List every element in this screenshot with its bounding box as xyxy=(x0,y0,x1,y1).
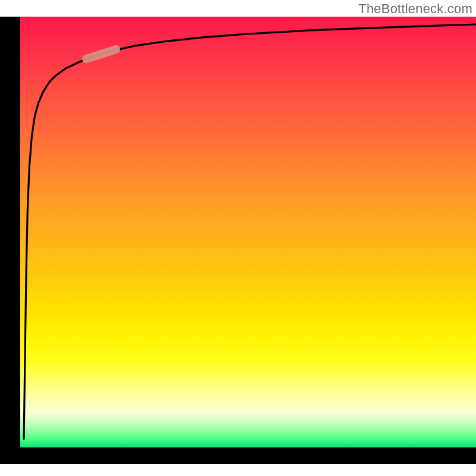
x-axis-bar xyxy=(0,447,476,464)
attribution-watermark: TheBottleneck.com xyxy=(358,1,472,17)
y-axis-bar xyxy=(0,17,20,464)
chart-frame: TheBottleneck.com xyxy=(0,0,476,476)
highlight-segment xyxy=(86,49,116,59)
bottleneck-curve-line xyxy=(24,24,476,439)
plot-area xyxy=(20,17,476,447)
curve-svg xyxy=(20,17,476,447)
